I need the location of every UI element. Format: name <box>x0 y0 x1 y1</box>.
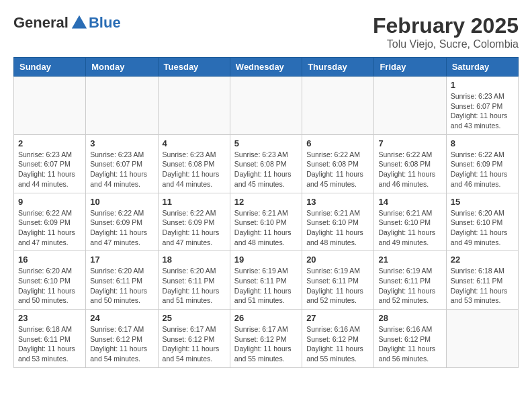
calendar-cell: 1Sunrise: 6:23 AM Sunset: 6:07 PM Daylig… <box>446 77 518 135</box>
week-row-5: 23Sunrise: 6:18 AM Sunset: 6:11 PM Dayli… <box>14 310 519 368</box>
logo: General Blue <box>13 13 121 32</box>
day-number: 16 <box>18 255 81 265</box>
day-info: Sunrise: 6:16 AM Sunset: 6:12 PM Dayligh… <box>378 324 441 364</box>
calendar-cell <box>230 77 302 135</box>
day-info: Sunrise: 6:18 AM Sunset: 6:11 PM Dayligh… <box>18 324 81 364</box>
day-info: Sunrise: 6:21 AM Sunset: 6:10 PM Dayligh… <box>378 208 441 248</box>
calendar-cell: 24Sunrise: 6:17 AM Sunset: 6:12 PM Dayli… <box>86 310 158 368</box>
week-row-2: 2Sunrise: 6:23 AM Sunset: 6:07 PM Daylig… <box>14 134 519 193</box>
day-number: 4 <box>163 138 226 148</box>
day-info: Sunrise: 6:23 AM Sunset: 6:08 PM Dayligh… <box>163 150 226 189</box>
calendar-cell: 15Sunrise: 6:20 AM Sunset: 6:10 PM Dayli… <box>446 193 518 251</box>
logo-general-text: General <box>13 14 69 32</box>
day-number: 13 <box>306 197 369 207</box>
day-info: Sunrise: 6:21 AM Sunset: 6:10 PM Dayligh… <box>234 208 298 248</box>
calendar-cell: 22Sunrise: 6:18 AM Sunset: 6:11 PM Dayli… <box>446 251 518 310</box>
calendar-cell: 21Sunrise: 6:19 AM Sunset: 6:11 PM Dayli… <box>374 251 446 310</box>
day-number: 18 <box>163 255 226 265</box>
day-info: Sunrise: 6:23 AM Sunset: 6:08 PM Dayligh… <box>234 150 298 189</box>
calendar-cell: 7Sunrise: 6:22 AM Sunset: 6:08 PM Daylig… <box>374 134 446 193</box>
day-info: Sunrise: 6:22 AM Sunset: 6:09 PM Dayligh… <box>451 150 514 189</box>
week-row-1: 1Sunrise: 6:23 AM Sunset: 6:07 PM Daylig… <box>14 77 519 135</box>
calendar-cell: 19Sunrise: 6:19 AM Sunset: 6:11 PM Dayli… <box>230 251 302 310</box>
day-info: Sunrise: 6:16 AM Sunset: 6:12 PM Dayligh… <box>306 324 369 364</box>
day-number: 11 <box>163 197 226 207</box>
day-number: 3 <box>90 138 153 148</box>
col-header-tuesday: Tuesday <box>158 58 230 77</box>
day-number: 20 <box>306 255 369 265</box>
calendar-cell: 16Sunrise: 6:20 AM Sunset: 6:10 PM Dayli… <box>14 251 86 310</box>
calendar-cell: 23Sunrise: 6:18 AM Sunset: 6:11 PM Dayli… <box>14 310 86 368</box>
day-number: 2 <box>18 138 81 148</box>
title-section: February 2025 Tolu Viejo, Sucre, Colombi… <box>373 13 519 50</box>
calendar-cell: 20Sunrise: 6:19 AM Sunset: 6:11 PM Dayli… <box>302 251 374 310</box>
day-number: 25 <box>163 313 226 323</box>
day-info: Sunrise: 6:23 AM Sunset: 6:07 PM Dayligh… <box>18 150 81 189</box>
col-header-saturday: Saturday <box>446 58 518 77</box>
day-info: Sunrise: 6:18 AM Sunset: 6:11 PM Dayligh… <box>451 266 514 306</box>
day-number: 7 <box>378 138 441 148</box>
calendar-cell <box>302 77 374 135</box>
calendar-cell: 2Sunrise: 6:23 AM Sunset: 6:07 PM Daylig… <box>14 134 86 193</box>
calendar-cell <box>374 77 446 135</box>
svg-marker-0 <box>72 15 87 29</box>
day-info: Sunrise: 6:19 AM Sunset: 6:11 PM Dayligh… <box>306 266 369 306</box>
day-number: 6 <box>306 138 369 148</box>
day-info: Sunrise: 6:23 AM Sunset: 6:07 PM Dayligh… <box>90 150 153 189</box>
day-info: Sunrise: 6:19 AM Sunset: 6:11 PM Dayligh… <box>378 266 441 306</box>
col-header-wednesday: Wednesday <box>230 58 302 77</box>
calendar-cell <box>14 77 86 135</box>
day-number: 5 <box>234 138 298 148</box>
day-info: Sunrise: 6:20 AM Sunset: 6:11 PM Dayligh… <box>90 266 153 306</box>
day-info: Sunrise: 6:20 AM Sunset: 6:10 PM Dayligh… <box>18 266 81 306</box>
day-info: Sunrise: 6:21 AM Sunset: 6:10 PM Dayligh… <box>306 208 369 248</box>
day-info: Sunrise: 6:17 AM Sunset: 6:12 PM Dayligh… <box>234 324 298 364</box>
calendar-cell: 5Sunrise: 6:23 AM Sunset: 6:08 PM Daylig… <box>230 134 302 193</box>
day-info: Sunrise: 6:17 AM Sunset: 6:12 PM Dayligh… <box>163 324 226 364</box>
day-number: 21 <box>378 255 441 265</box>
calendar-cell: 26Sunrise: 6:17 AM Sunset: 6:12 PM Dayli… <box>230 310 302 368</box>
calendar: SundayMondayTuesdayWednesdayThursdayFrid… <box>13 57 519 368</box>
calendar-cell: 8Sunrise: 6:22 AM Sunset: 6:09 PM Daylig… <box>446 134 518 193</box>
day-number: 26 <box>234 313 298 323</box>
day-number: 27 <box>306 313 369 323</box>
day-number: 8 <box>451 138 514 148</box>
calendar-cell: 10Sunrise: 6:22 AM Sunset: 6:09 PM Dayli… <box>86 193 158 251</box>
calendar-cell: 25Sunrise: 6:17 AM Sunset: 6:12 PM Dayli… <box>158 310 230 368</box>
week-row-4: 16Sunrise: 6:20 AM Sunset: 6:10 PM Dayli… <box>14 251 519 310</box>
calendar-cell: 4Sunrise: 6:23 AM Sunset: 6:08 PM Daylig… <box>158 134 230 193</box>
day-info: Sunrise: 6:22 AM Sunset: 6:08 PM Dayligh… <box>378 150 441 189</box>
day-info: Sunrise: 6:22 AM Sunset: 6:09 PM Dayligh… <box>18 208 81 248</box>
day-number: 28 <box>378 313 441 323</box>
calendar-header-row: SundayMondayTuesdayWednesdayThursdayFrid… <box>14 58 519 77</box>
calendar-cell: 13Sunrise: 6:21 AM Sunset: 6:10 PM Dayli… <box>302 193 374 251</box>
day-number: 9 <box>18 197 81 207</box>
day-number: 24 <box>90 313 153 323</box>
day-number: 17 <box>90 255 153 265</box>
day-number: 23 <box>18 313 81 323</box>
day-info: Sunrise: 6:22 AM Sunset: 6:09 PM Dayligh… <box>163 208 226 248</box>
calendar-cell <box>446 310 518 368</box>
calendar-cell: 3Sunrise: 6:23 AM Sunset: 6:07 PM Daylig… <box>86 134 158 193</box>
day-number: 12 <box>234 197 298 207</box>
col-header-friday: Friday <box>374 58 446 77</box>
calendar-cell <box>158 77 230 135</box>
calendar-cell: 17Sunrise: 6:20 AM Sunset: 6:11 PM Dayli… <box>86 251 158 310</box>
day-number: 10 <box>90 197 153 207</box>
subtitle: Tolu Viejo, Sucre, Colombia <box>373 38 519 50</box>
day-info: Sunrise: 6:23 AM Sunset: 6:07 PM Dayligh… <box>451 91 514 131</box>
day-number: 1 <box>451 80 514 90</box>
logo-icon <box>70 13 89 32</box>
calendar-cell: 27Sunrise: 6:16 AM Sunset: 6:12 PM Dayli… <box>302 310 374 368</box>
calendar-cell: 18Sunrise: 6:20 AM Sunset: 6:11 PM Dayli… <box>158 251 230 310</box>
day-info: Sunrise: 6:19 AM Sunset: 6:11 PM Dayligh… <box>234 266 298 306</box>
col-header-thursday: Thursday <box>302 58 374 77</box>
col-header-sunday: Sunday <box>14 58 86 77</box>
calendar-cell: 11Sunrise: 6:22 AM Sunset: 6:09 PM Dayli… <box>158 193 230 251</box>
calendar-cell: 28Sunrise: 6:16 AM Sunset: 6:12 PM Dayli… <box>374 310 446 368</box>
logo-blue-text: Blue <box>89 14 121 32</box>
day-info: Sunrise: 6:17 AM Sunset: 6:12 PM Dayligh… <box>90 324 153 364</box>
day-number: 19 <box>234 255 298 265</box>
week-row-3: 9Sunrise: 6:22 AM Sunset: 6:09 PM Daylig… <box>14 193 519 251</box>
calendar-cell <box>86 77 158 135</box>
